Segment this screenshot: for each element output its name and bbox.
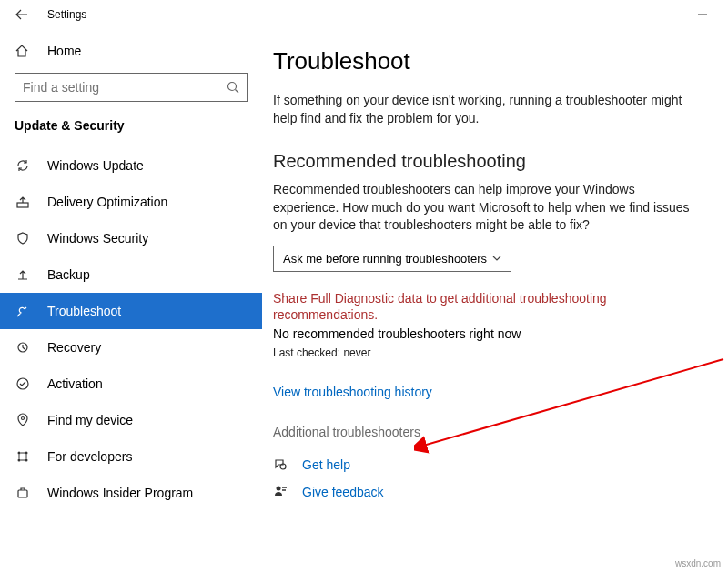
- nav-label: Windows Update: [47, 158, 144, 173]
- recovery-icon: [15, 340, 31, 355]
- chevron-down-icon: [492, 256, 501, 261]
- nav-label: For developers: [47, 449, 132, 464]
- window-title: Settings: [47, 8, 86, 21]
- svg-rect-1: [17, 203, 28, 207]
- svg-point-11: [277, 487, 281, 491]
- section-header: Update & Security: [15, 118, 248, 133]
- additional-troubleshooters[interactable]: Additional troubleshooters: [273, 425, 701, 439]
- recommended-heading: Recommended troubleshooting: [273, 151, 701, 172]
- back-button[interactable]: [7, 0, 36, 29]
- nav-label: Troubleshoot: [47, 304, 121, 318]
- nav-find-my-device[interactable]: Find my device: [15, 402, 248, 438]
- home-icon: [15, 44, 29, 58]
- nav-windows-insider[interactable]: Windows Insider Program: [15, 475, 248, 511]
- nav-troubleshoot[interactable]: Troubleshoot: [0, 293, 262, 329]
- svg-point-4: [22, 417, 25, 420]
- nav-label: Delivery Optimization: [47, 195, 167, 209]
- nav-recovery[interactable]: Recovery: [15, 329, 248, 366]
- main-content: Troubleshoot If something on your device…: [262, 29, 728, 572]
- nav-list: Windows Update Delivery Optimization Win…: [15, 147, 248, 511]
- feedback-link: Give feedback: [302, 485, 384, 499]
- sync-icon: [15, 158, 31, 173]
- arrow-left-icon: [15, 8, 28, 21]
- insider-icon: [15, 486, 31, 500]
- history-link[interactable]: View troubleshooting history: [273, 385, 432, 399]
- nav-backup[interactable]: Backup: [15, 256, 248, 293]
- minimize-button[interactable]: [684, 0, 721, 29]
- sidebar: Home Update & Security Windows Update De…: [0, 29, 262, 572]
- search-box[interactable]: [15, 73, 248, 102]
- nav-label: Windows Insider Program: [47, 486, 193, 500]
- intro-text: If something on your device isn't workin…: [273, 92, 701, 127]
- get-help-row[interactable]: Get help: [273, 457, 701, 472]
- svg-rect-9: [18, 490, 27, 497]
- get-help-link: Get help: [302, 457, 350, 472]
- nav-label: Activation: [47, 376, 103, 391]
- wrench-icon: [15, 304, 31, 318]
- nav-label: Recovery: [47, 340, 101, 355]
- svg-point-6: [25, 452, 28, 455]
- recommended-body: Recommended troubleshooters can help imp…: [273, 181, 701, 235]
- nav-delivery-optimization[interactable]: Delivery Optimization: [15, 184, 248, 220]
- svg-point-5: [18, 452, 21, 455]
- svg-point-7: [18, 459, 21, 462]
- nav-windows-security[interactable]: Windows Security: [15, 220, 248, 256]
- nav-windows-update[interactable]: Windows Update: [15, 147, 248, 184]
- home-label: Home: [47, 44, 81, 58]
- svg-point-3: [17, 378, 28, 389]
- last-checked: Last checked: never: [273, 346, 701, 359]
- diagnostic-warning: Share Full Diagnostic data to get additi…: [273, 290, 701, 323]
- titlebar: Settings: [0, 0, 728, 29]
- location-icon: [15, 413, 31, 427]
- backup-icon: [15, 267, 31, 282]
- developers-icon: [15, 449, 31, 464]
- nav-label: Find my device: [47, 413, 133, 427]
- page-title: Troubleshoot: [273, 47, 701, 75]
- status-text: No recommended troubleshooters right now: [273, 326, 701, 341]
- nav-label: Windows Security: [47, 231, 148, 246]
- watermark: wsxdn.com: [675, 558, 721, 568]
- nav-label: Backup: [47, 267, 90, 282]
- feedback-row[interactable]: Give feedback: [273, 485, 701, 499]
- search-input[interactable]: [23, 80, 227, 95]
- nav-for-developers[interactable]: For developers: [15, 438, 248, 475]
- chat-icon: [273, 457, 289, 472]
- nav-activation[interactable]: Activation: [15, 366, 248, 402]
- delivery-icon: [15, 195, 31, 209]
- dropdown-value: Ask me before running troubleshooters: [283, 252, 487, 266]
- troubleshoot-preference-dropdown[interactable]: Ask me before running troubleshooters: [273, 246, 511, 272]
- search-icon: [227, 81, 239, 94]
- feedback-icon: [273, 485, 289, 499]
- shield-icon: [15, 231, 31, 246]
- svg-point-8: [25, 459, 28, 462]
- home-link[interactable]: Home: [15, 36, 248, 65]
- check-circle-icon: [15, 376, 31, 391]
- svg-point-0: [228, 83, 237, 91]
- minimize-icon: [698, 10, 707, 19]
